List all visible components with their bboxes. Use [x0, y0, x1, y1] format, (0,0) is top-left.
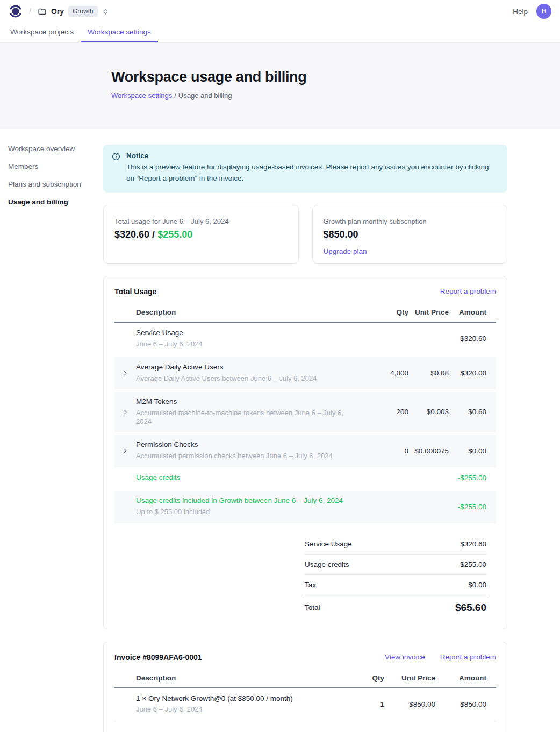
col-amount: Amount	[435, 674, 486, 682]
row-unit-price: $0.000075	[408, 447, 449, 455]
ory-logo-icon[interactable]	[9, 4, 23, 18]
row-title: 1 × Ory Network Growth@0 (at $850.00 / m…	[136, 694, 331, 703]
workspace-selector[interactable]: Ory Growth	[38, 6, 109, 17]
col-unit-price: Unit Price	[384, 674, 435, 682]
breadcrumb-separator: /	[174, 91, 176, 100]
row-title: M2M Tokens	[136, 397, 344, 407]
table-row: Usage credits included in Growth between…	[114, 491, 496, 523]
workspace-name: Ory	[51, 7, 64, 16]
table-row: 1 × Ory Network Growth@0 (at $850.00 / m…	[114, 688, 496, 721]
plan-badge: Growth	[68, 6, 98, 17]
row-qty: 200	[344, 408, 408, 416]
plan-card-value: $850.00	[324, 229, 497, 240]
usage-summary: Service Usage $320.60 Usage credits -$25…	[305, 534, 486, 617]
notice-body: This is a preview feature for displaying…	[126, 162, 498, 184]
col-qty: Qty	[331, 674, 384, 682]
invoice-panel: Invoice #8099AFA6-0001 View invoice Repo…	[103, 642, 507, 732]
total-usage-card-value: $320.60 / $255.00	[114, 229, 288, 240]
workspace-tabs: Workspace projects Workspace settings	[0, 23, 560, 43]
summary-label: Total	[305, 603, 320, 612]
breadcrumb-current: Usage and billing	[178, 91, 232, 100]
summary-label: Tax	[305, 581, 316, 589]
chevron-right-icon[interactable]	[114, 409, 136, 415]
summary-total-value: $65.60	[455, 602, 486, 614]
table-row: Service Usage June 6 – July 6, 2024 $320…	[114, 323, 496, 355]
sidebar-item-usage-and-billing[interactable]: Usage and billing	[8, 198, 103, 206]
notice-banner: Notice This is a preview feature for dis…	[103, 145, 507, 193]
table-row[interactable]: M2M Tokens Accumulated machine-to-machin…	[114, 392, 496, 432]
col-description: Description	[136, 308, 344, 316]
usage-amount: $320.60	[114, 229, 149, 240]
row-title: Service Usage	[136, 329, 344, 338]
row-subtitle: Accumulated machine-to-machine tokens be…	[136, 409, 344, 427]
row-amount: -$255.00	[449, 503, 486, 511]
total-usage-panel: Total Usage Report a problem Description…	[103, 276, 507, 629]
col-amount: Amount	[449, 308, 486, 316]
row-unit-price: $0.003	[408, 408, 449, 416]
col-unit-price: Unit Price	[408, 308, 449, 316]
invoice-table: Description Qty Unit Price Amount 1 × Or…	[114, 670, 496, 721]
row-subtitle: Up to $ 255.00 included	[136, 508, 344, 516]
plan-card-label: Growth plan monthly subscription	[324, 217, 497, 225]
row-unit-price: $0.08	[408, 369, 449, 377]
table-row: Usage credits -$255.00	[114, 467, 496, 489]
invoice-panel-title: Invoice #8099AFA6-0001	[114, 653, 202, 662]
summary-row: Service Usage $320.60	[305, 534, 486, 555]
table-row[interactable]: Average Daily Active Users Average Daily…	[114, 357, 496, 389]
summary-row: Usage credits -$255.00	[305, 555, 486, 575]
row-amount: -$255.00	[449, 474, 486, 482]
summary-value: -$255.00	[458, 560, 486, 568]
row-amount: $320.60	[449, 335, 486, 343]
row-title: Usage credits included in Growth between…	[136, 496, 344, 506]
col-qty: Qty	[344, 308, 408, 316]
row-amount: $320.00	[449, 369, 486, 377]
sidebar-item-workspace-overview[interactable]: Workspace overview	[8, 145, 103, 153]
page-title: Workspace usage and billing	[111, 69, 560, 86]
help-button[interactable]: Help	[513, 8, 528, 16]
page-header: Workspace usage and billing Workspace se…	[0, 43, 560, 129]
row-subtitle: Accumulated permission checks between Ju…	[136, 452, 344, 460]
view-invoice-link[interactable]: View invoice	[385, 653, 425, 661]
tab-workspace-projects[interactable]: Workspace projects	[3, 23, 81, 42]
sidebar-item-members[interactable]: Members	[8, 162, 103, 170]
report-problem-link[interactable]: Report a problem	[440, 287, 496, 295]
info-circle-icon	[112, 152, 120, 184]
row-qty: 0	[344, 447, 408, 455]
usage-table-header: Description Qty Unit Price Amount	[114, 304, 496, 323]
usage-credit-amount: $255.00	[157, 229, 192, 240]
total-usage-card-label: Total usage for June 6 – July 6, 2024	[114, 217, 288, 225]
usage-separator: /	[152, 229, 155, 240]
col-description: Description	[136, 674, 331, 682]
row-title: Usage credits	[136, 473, 344, 482]
invoice-table-header: Description Qty Unit Price Amount	[114, 670, 496, 688]
table-row[interactable]: Permission Checks Accumulated permission…	[114, 435, 496, 467]
breadcrumb-link-workspace-settings[interactable]: Workspace settings	[111, 91, 172, 100]
folder-icon	[38, 7, 47, 16]
row-amount: $850.00	[435, 700, 486, 708]
row-qty: 1	[331, 700, 384, 708]
breadcrumb: Workspace settings/Usage and billing	[111, 91, 560, 100]
row-amount: $0.00	[449, 447, 486, 455]
avatar[interactable]: H	[536, 4, 551, 19]
top-bar: / Ory Growth Help H	[0, 0, 560, 23]
report-problem-link[interactable]: Report a problem	[440, 653, 496, 661]
plan-card: Growth plan monthly subscription $850.00…	[312, 205, 508, 264]
notice-title: Notice	[126, 152, 498, 160]
up-down-chevron-icon	[102, 8, 109, 15]
summary-total-row: Total $65.60	[305, 595, 486, 617]
summary-value: $320.60	[460, 540, 486, 548]
row-subtitle: June 6 – July 6, 2024	[136, 705, 331, 714]
summary-value: $0.00	[468, 581, 486, 589]
row-qty: 4,000	[344, 369, 408, 377]
chevron-right-icon[interactable]	[114, 447, 136, 454]
upgrade-plan-link[interactable]: Upgrade plan	[324, 247, 367, 255]
path-separator: /	[29, 7, 31, 16]
chevron-right-icon[interactable]	[114, 370, 136, 376]
row-unit-price: $850.00	[384, 700, 435, 708]
tab-workspace-settings[interactable]: Workspace settings	[81, 23, 158, 42]
row-title: Permission Checks	[136, 440, 344, 450]
total-usage-panel-title: Total Usage	[114, 287, 156, 296]
summary-label: Usage credits	[305, 560, 349, 568]
summary-row: Tax $0.00	[305, 575, 486, 595]
sidebar-item-plans-and-subscription[interactable]: Plans and subscription	[8, 180, 103, 188]
